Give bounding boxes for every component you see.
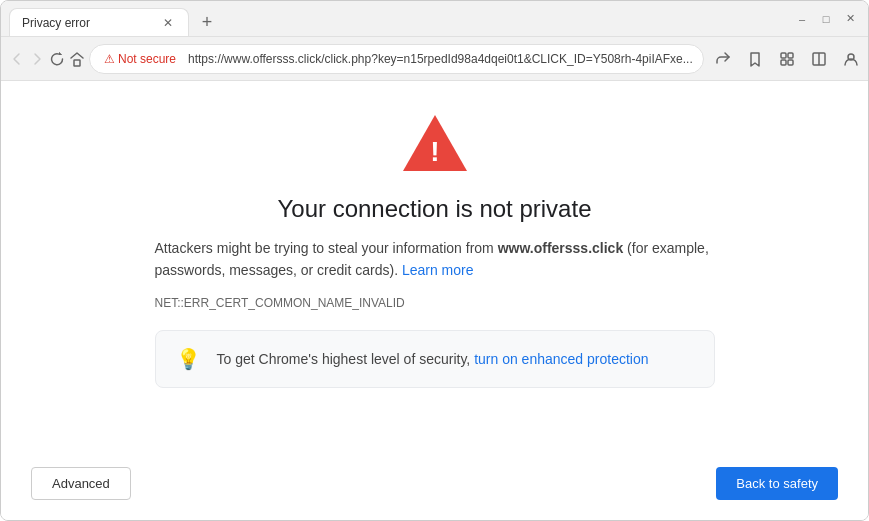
maximize-button[interactable]: □ <box>816 9 836 29</box>
forward-button[interactable] <box>29 44 45 74</box>
reload-button[interactable] <box>49 44 65 74</box>
window-controls: – □ ✕ <box>784 9 860 29</box>
back-button[interactable] <box>9 44 25 74</box>
error-description: Attackers might be trying to steal your … <box>155 237 715 282</box>
toolbar: ⚠ Not secure https://www.offersss.click/… <box>1 37 868 81</box>
desc-prefix: Attackers might be trying to steal your … <box>155 240 498 256</box>
extensions-button[interactable] <box>772 44 802 74</box>
security-box: 💡 To get Chrome's highest level of secur… <box>155 330 715 388</box>
svg-rect-2 <box>781 53 786 58</box>
tab-title: Privacy error <box>22 16 152 30</box>
warning-triangle-icon: ! <box>399 111 471 175</box>
browser-window: Privacy error ✕ + – □ ✕ ⚠ Not secure <box>0 0 869 521</box>
back-to-safety-button[interactable]: Back to safety <box>716 467 838 500</box>
active-tab[interactable]: Privacy error ✕ <box>9 8 189 36</box>
page-content: ! Your connection is not private Attacke… <box>1 81 868 520</box>
url-display: https://www.offersss.click/click.php?key… <box>188 52 693 66</box>
toolbar-actions <box>708 44 869 74</box>
svg-marker-0 <box>59 52 62 55</box>
error-code: NET::ERR_CERT_COMMON_NAME_INVALID <box>155 296 405 310</box>
minimize-button[interactable]: – <box>792 9 812 29</box>
home-button[interactable] <box>69 44 85 74</box>
bookmark-button[interactable] <box>740 44 770 74</box>
error-domain: www.offersss.click <box>498 240 624 256</box>
svg-text:!: ! <box>430 136 439 167</box>
not-secure-label: Not secure <box>118 52 176 66</box>
error-heading: Your connection is not private <box>278 195 592 223</box>
error-container: ! Your connection is not private Attacke… <box>155 111 715 408</box>
new-tab-button[interactable]: + <box>193 8 221 36</box>
share-button[interactable] <box>708 44 738 74</box>
tab-close-button[interactable]: ✕ <box>160 15 176 31</box>
svg-rect-3 <box>788 53 793 58</box>
svg-rect-1 <box>74 60 80 66</box>
split-button[interactable] <box>804 44 834 74</box>
title-bar: Privacy error ✕ + – □ ✕ <box>1 1 868 37</box>
close-button[interactable]: ✕ <box>840 9 860 29</box>
svg-rect-5 <box>788 60 793 65</box>
not-secure-badge: ⚠ Not secure <box>100 50 182 68</box>
tab-area: Privacy error ✕ + <box>9 1 784 36</box>
advanced-button[interactable]: Advanced <box>31 467 131 500</box>
warning-icon: ⚠ <box>104 52 115 66</box>
address-bar[interactable]: ⚠ Not secure https://www.offersss.click/… <box>89 44 704 74</box>
security-text-prefix: To get Chrome's highest level of securit… <box>217 351 475 367</box>
profile-button[interactable] <box>836 44 866 74</box>
security-text: To get Chrome's highest level of securit… <box>217 351 649 367</box>
bottom-actions: Advanced Back to safety <box>1 467 868 500</box>
learn-more-link[interactable]: Learn more <box>402 262 474 278</box>
enhanced-protection-link[interactable]: turn on enhanced protection <box>474 351 648 367</box>
svg-rect-4 <box>781 60 786 65</box>
bulb-icon: 💡 <box>176 347 201 371</box>
